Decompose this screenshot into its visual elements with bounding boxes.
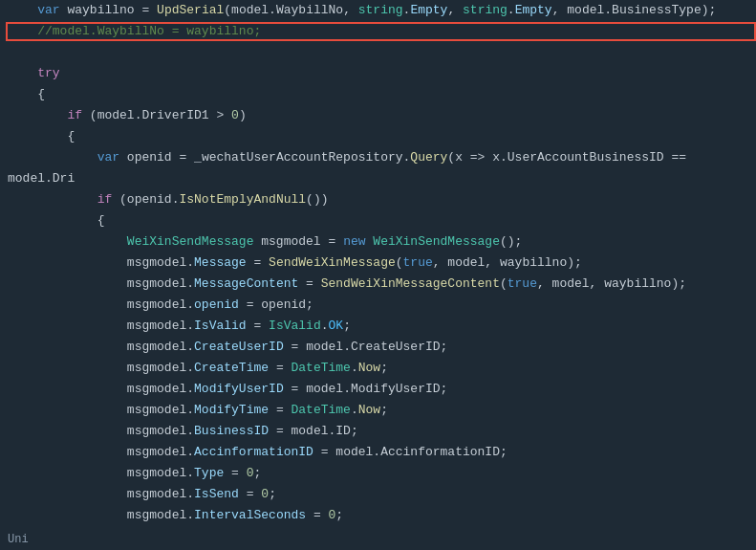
code-line-msg-message: msgmodel.Message = SendWeiXinMessage(tru…	[0, 253, 756, 274]
businessid-assign: msgmodel.BusinessID = model.ID;	[8, 424, 358, 438]
issend-assign: msgmodel.IsSend = 0;	[8, 487, 276, 501]
code-text: var waybillno = UpdSerial(model.WaybillN…	[8, 3, 716, 17]
code-line-accinfo: msgmodel.AccinformationID = model.Accinf…	[0, 442, 756, 463]
code-line-blank-1	[0, 42, 756, 63]
code-line-openid: var openid = _wechatUserAccountRepositor…	[0, 147, 756, 189]
brace: {	[8, 129, 75, 143]
status-text: Uni	[8, 533, 29, 546]
keyword-try: try	[8, 66, 60, 80]
code-line-msg-content: msgmodel.MessageContent = SendWeiXinMess…	[0, 274, 756, 295]
if-statement: if (model.DriverID1 > 0)	[8, 108, 247, 122]
message-assign: msgmodel.Message = SendWeiXinMessage(tru…	[8, 255, 582, 270]
code-line-brace-3: {	[0, 210, 756, 231]
brace: {	[8, 213, 104, 228]
brace: {	[8, 87, 45, 101]
if2-statement: if (openid.IsNotEmplyAndNull())	[8, 192, 329, 207]
code-line-modifytime: msgmodel.ModifyTime = DateTime.Now;	[0, 400, 756, 421]
createtime-assign: msgmodel.CreateTime = DateTime.Now;	[8, 361, 388, 375]
isvalid-assign: msgmodel.IsValid = IsValid.OK;	[8, 319, 351, 333]
modifytime-assign: msgmodel.ModifyTime = DateTime.Now;	[8, 403, 388, 417]
interval-assign: msgmodel.IntervalSeconds = 0;	[8, 508, 343, 522]
code-line-openid-assign: msgmodel.openid = openid;	[0, 295, 756, 316]
code-line-1: var waybillno = UpdSerial(model.WaybillN…	[0, 0, 756, 21]
status-bar: Uni	[0, 529, 756, 550]
code-line-brace-2: {	[0, 126, 756, 147]
modifyuserid-assign: msgmodel.ModifyUserID = model.ModifyUser…	[8, 382, 447, 396]
code-line-createuserid: msgmodel.CreateUserID = model.CreateUser…	[0, 337, 756, 358]
code-line-modifyuserid: msgmodel.ModifyUserID = model.ModifyUser…	[0, 379, 756, 400]
code-editor: var waybillno = UpdSerial(model.WaybillN…	[0, 0, 756, 550]
code-line-isvalid: msgmodel.IsValid = IsValid.OK;	[0, 316, 756, 337]
code-line-if2: if (openid.IsNotEmplyAndNull())	[0, 189, 756, 210]
code-line-createtime: msgmodel.CreateTime = DateTime.Now;	[0, 358, 756, 379]
accinfo-assign: msgmodel.AccinformationID = model.Accinf…	[8, 445, 508, 459]
code-line-try: try	[0, 63, 756, 84]
openid-line: var openid = _wechatUserAccountRepositor…	[8, 150, 686, 186]
code-line-interval: msgmodel.IntervalSeconds = 0;	[0, 505, 756, 526]
code-line-brace-1: {	[0, 84, 756, 105]
new-object-line: WeiXinSendMessage msgmodel = new WeiXinS…	[8, 234, 522, 249]
message-content-assign: msgmodel.MessageContent = SendWeiXinMess…	[8, 276, 686, 291]
code-line-type: msgmodel.Type = 0;	[0, 463, 756, 484]
openid-assign: msgmodel.openid = openid;	[8, 297, 313, 312]
code-line-2-commented: //model.WaybillNo = waybillno;	[0, 21, 756, 42]
code-line-businessid: msgmodel.BusinessID = model.ID;	[0, 421, 756, 442]
code-line-issend: msgmodel.IsSend = 0;	[0, 484, 756, 505]
comment-code: //model.WaybillNo = waybillno;	[8, 24, 261, 38]
code-line-new-obj: WeiXinSendMessage msgmodel = new WeiXinS…	[0, 231, 756, 253]
createuserid-assign: msgmodel.CreateUserID = model.CreateUser…	[8, 340, 447, 354]
type-assign: msgmodel.Type = 0;	[8, 466, 261, 480]
code-line-if1: if (model.DriverID1 > 0)	[0, 105, 756, 126]
